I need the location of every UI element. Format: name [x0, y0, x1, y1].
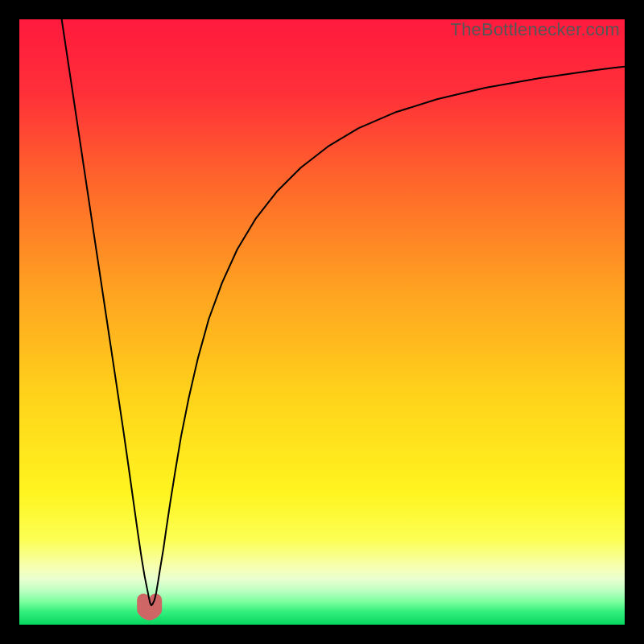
watermark-text: TheBottlenecker.com: [451, 19, 620, 40]
chart-frame: TheBottlenecker.com: [19, 19, 625, 625]
bottleneck-chart: [19, 19, 625, 625]
heatmap-background: [19, 19, 625, 625]
